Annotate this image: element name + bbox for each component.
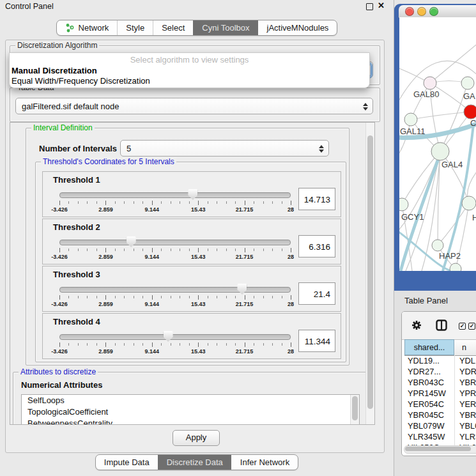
tick-mark — [124, 249, 125, 251]
tab-infer-network[interactable]: Infer Network — [231, 455, 298, 470]
slider-thumb[interactable] — [188, 189, 197, 200]
table-cell-shared-name: YER054C — [404, 399, 454, 410]
table-row[interactable]: YPR145WYPR1 — [404, 388, 476, 399]
table-row[interactable]: YLR345WYLR3 — [404, 431, 476, 442]
table-row[interactable]: YER054CYER0 — [404, 399, 476, 410]
tick-mark — [142, 343, 143, 346]
apply-button[interactable]: Apply — [173, 430, 220, 446]
network-edge[interactable] — [411, 112, 471, 119]
gear-icon[interactable] — [411, 320, 422, 333]
tick-mark — [171, 343, 171, 346]
table-horizontal-scrollbar-thumb[interactable] — [405, 447, 471, 451]
algorithm-option-manual-discretization[interactable]: Manual Discretization — [12, 66, 367, 75]
table-cell-name: YER0 — [454, 399, 476, 410]
table-row[interactable]: YBL079WYBL0 — [404, 420, 476, 431]
tick-mark — [96, 249, 97, 251]
tick-label: 28 — [288, 206, 294, 213]
settings-scrollbar-thumb[interactable] — [367, 135, 373, 409]
spinner-arrows-icon — [318, 144, 324, 153]
table-row[interactable]: YBR043CYBR0 — [404, 377, 476, 388]
tick-mark — [217, 201, 217, 204]
network-canvas[interactable]: GAL80GACGAL11GAL4GCY1HHAP2 — [399, 17, 476, 271]
algorithm-dropdown-popup: Select algorithm to view settings Manual… — [9, 52, 370, 88]
close-traffic-light-icon[interactable] — [405, 7, 414, 16]
network-node-ga[interactable] — [461, 77, 474, 89]
tick-label: -3.426 — [51, 348, 68, 355]
table-row[interactable]: YBR045CYBR0 — [404, 410, 476, 420]
tab-network[interactable]: Network — [57, 20, 118, 35]
threshold-slider[interactable]: -3.4262.8599.14415.4321.71528 — [59, 329, 291, 356]
slider-thumb[interactable] — [164, 331, 173, 342]
tick-mark — [78, 343, 79, 346]
list-item[interactable]: SelfLoops — [22, 395, 359, 406]
settings-scroll-pane: Interval Definition Number of Intervals … — [10, 122, 375, 425]
bottom-tab-pill: Impute DataDiscretize DataInfer Network — [95, 454, 298, 470]
table-row[interactable]: YDR27...YDR2 — [404, 366, 476, 377]
tick-mark — [226, 343, 227, 346]
network-node-gal4[interactable] — [431, 142, 449, 160]
tick-mark — [263, 296, 264, 298]
zoom-traffic-light-icon[interactable] — [429, 7, 438, 16]
tab-impute-data[interactable]: Impute Data — [96, 455, 158, 470]
network-node-gal11[interactable] — [404, 113, 417, 126]
tick-mark — [254, 343, 254, 346]
close-icon[interactable]: ✕ — [378, 1, 385, 10]
network-node-label: HAP2 — [439, 251, 461, 261]
threshold-slider[interactable]: -3.4262.8599.14415.4321.71528 — [59, 234, 291, 261]
network-node-hap2[interactable] — [432, 240, 443, 251]
network-node-h[interactable] — [462, 196, 476, 210]
threshold-panel-2: Threshold 2-3.4262.8599.14415.4321.71528… — [42, 219, 341, 265]
checkbox-icon[interactable]: ✓ — [459, 323, 466, 330]
settings-scrollbar[interactable] — [365, 123, 374, 424]
minimize-traffic-light-icon[interactable] — [417, 7, 426, 16]
algorithm-option-equal-width-frequency[interactable]: Equal Width/Frequency Discretization — [12, 76, 367, 86]
table-horizontal-scrollbar[interactable] — [404, 445, 476, 454]
tick-mark — [198, 342, 199, 347]
columns-icon[interactable] — [436, 319, 447, 334]
slider-ticks — [59, 342, 291, 348]
tick-mark — [124, 201, 125, 204]
numerical-attributes-list[interactable]: SelfLoopsTopologicalCoefficientBetweenne… — [21, 394, 360, 425]
table-cell-name: YLR3 — [454, 431, 476, 442]
tab-jactivemnodules[interactable]: jActiveMNodules — [258, 20, 337, 35]
tab-cyni-toolbox[interactable]: Cyni Toolbox — [193, 20, 257, 35]
network-node-gcy1[interactable] — [399, 198, 408, 211]
attributes-list-scrollbar-thumb[interactable] — [352, 396, 358, 420]
table-data-combobox[interactable]: galFiltered.sif default node — [15, 98, 373, 114]
tick-mark — [235, 296, 236, 298]
column-header-name[interactable]: n — [454, 339, 476, 355]
slider-thumb[interactable] — [127, 236, 136, 247]
tick-mark — [134, 343, 134, 346]
threshold-value-field[interactable]: 21.4 — [298, 282, 335, 305]
tab-style[interactable]: Style — [117, 20, 153, 35]
float-window-icon[interactable] — [366, 3, 373, 10]
number-of-intervals-combobox[interactable]: 5 — [120, 140, 329, 157]
tab-label: Discretize Data — [167, 457, 223, 467]
tick-mark — [272, 343, 273, 346]
threshold-value-field[interactable]: 11.344 — [298, 330, 335, 352]
table-cell-shared-name: YDR27... — [404, 366, 454, 377]
tick-mark — [152, 248, 153, 252]
threshold-value-field[interactable]: 14.713 — [298, 188, 335, 210]
table-cell-shared-name: YLR345W — [404, 431, 454, 442]
table-panel: Table Panel ✓ ✓ shared... n YDL19...YDL1… — [394, 291, 476, 476]
list-item[interactable]: BetweennessCentrality — [22, 418, 359, 425]
column-header-shared-name[interactable]: shared... — [404, 339, 454, 355]
threshold-slider[interactable]: -3.4262.8599.14415.4321.71528 — [59, 282, 291, 309]
tab-select[interactable]: Select — [153, 20, 193, 35]
slider-thumb[interactable] — [237, 284, 247, 295]
network-window-titlebar[interactable] — [399, 5, 476, 18]
list-item[interactable]: TopologicalCoefficient — [22, 406, 359, 418]
tick-mark — [115, 249, 116, 251]
tab-discretize-data[interactable]: Discretize Data — [158, 455, 231, 470]
attributes-list-scrollbar[interactable] — [350, 395, 359, 425]
network-node-c[interactable] — [464, 105, 476, 119]
threshold-value-field[interactable]: 6.316 — [298, 235, 335, 257]
network-node-gal80[interactable] — [424, 77, 436, 89]
table-data-group: Table Data galFiltered.sif default node — [10, 88, 380, 122]
checkbox-icon[interactable]: ✓ — [468, 323, 475, 330]
threshold-slider[interactable]: -3.4262.8599.14415.4321.71528 — [59, 187, 291, 214]
table-row[interactable]: YDL19...YDL1 — [404, 355, 476, 366]
tick-mark — [59, 248, 60, 252]
spinner-arrows-icon — [362, 102, 368, 111]
